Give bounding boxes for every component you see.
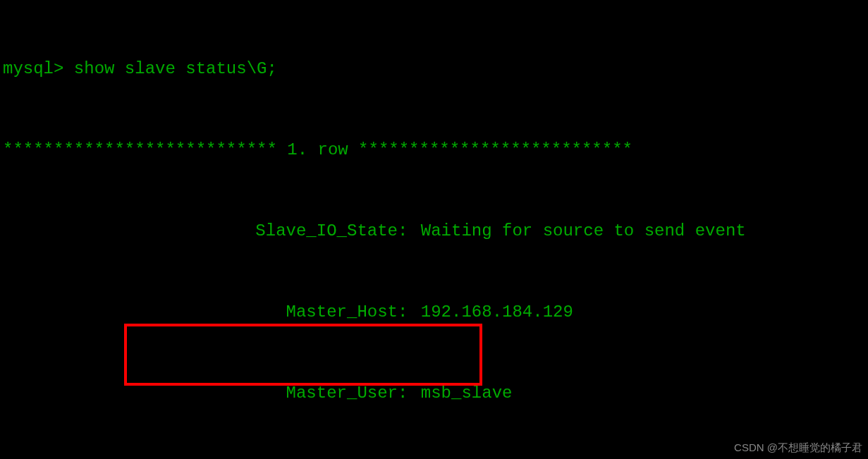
watermark-text: CSDN @不想睡觉的橘子君 xyxy=(734,439,862,456)
command-line: mysql> show slave status\G; xyxy=(3,56,868,82)
command-text: show slave status\G; xyxy=(74,59,277,78)
field-slave-io-state: Slave_IO_State: Waiting for source to se… xyxy=(3,218,868,245)
field-master-user: Master_User: msb_slave xyxy=(3,380,868,407)
field-master-host: Master_Host: 192.168.184.129 xyxy=(3,299,868,326)
terminal-output: mysql> show slave status\G; ************… xyxy=(0,0,868,459)
row-separator: *************************** 1. row *****… xyxy=(3,137,868,164)
mysql-prompt: mysql> xyxy=(3,59,74,78)
